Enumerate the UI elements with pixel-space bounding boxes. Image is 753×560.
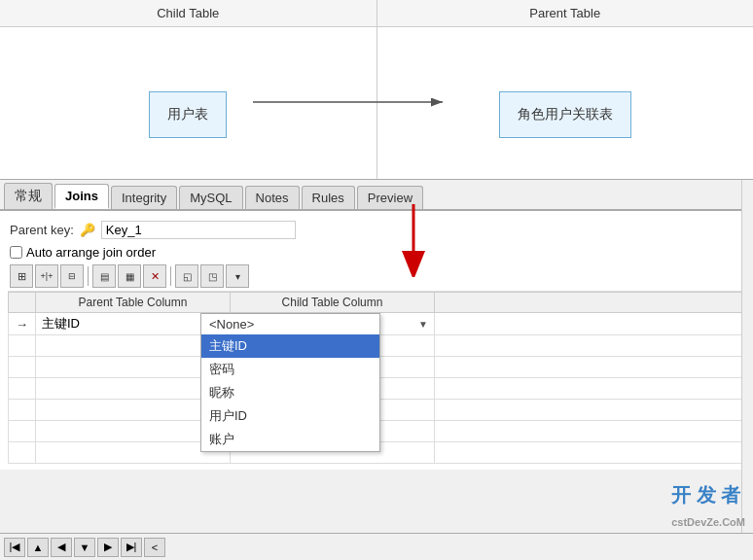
empty-indicator-1 [9,335,36,357]
toolbar-import-btn[interactable]: ◱ [175,264,198,288]
parent-table-box: 角色用户关联表 [499,91,631,138]
watermark: 开 发 者 cstDevZe.CoM [671,482,745,531]
watermark-text: 开 发 者 [671,484,740,506]
tab-integrity[interactable]: Integrity [111,186,177,209]
toolbar-sep2 [170,266,171,286]
nav-expand-btn[interactable]: < [144,538,165,557]
dropdown-option-none[interactable]: <None> [201,314,379,334]
table-container: Parent Table Column Child Table Column →… [8,292,745,464]
tab-rules[interactable]: Rules [302,186,355,209]
scroll-bar[interactable] [741,180,753,533]
row-indicator: → [9,313,36,335]
auto-arrange-checkbox[interactable] [10,246,22,259]
child-table-header: Child Table [0,0,376,27]
nav-prev-btn[interactable]: ◀ [51,538,72,557]
dropdown-option-password[interactable]: 密码 [201,358,379,381]
toolbar-sep1 [88,266,89,286]
parent-table-header: Parent Table [377,0,754,27]
empty-indicator-4 [9,400,36,421]
bottom-nav-bar: |◀ ▲ ◀ ▼ ▶ ▶| < [0,533,753,560]
empty-extra-5 [435,421,745,442]
nav-first-btn[interactable]: |◀ [4,538,25,557]
auto-arrange-label: Auto arrange join order [26,245,156,260]
parent-table-col: Parent Table 角色用户关联表 [377,0,754,179]
child-table-box: 用户表 [149,91,227,138]
toolbar-add-btn[interactable]: +|+ [35,264,58,288]
th-extra [435,293,745,313]
tab-general[interactable]: 常规 [4,183,53,209]
nav-up-btn[interactable]: ▲ [27,538,49,557]
parent-key-label: Parent key: [10,223,74,237]
nav-last-btn[interactable]: ▶| [121,538,142,557]
nav-next-btn[interactable]: ▶ [97,538,119,557]
dropdown-arrow-icon[interactable]: ▼ [418,319,428,330]
dropdown-option-pk[interactable]: 主键ID [201,334,379,358]
empty-extra-2 [435,357,745,378]
toolbar-table2-btn[interactable]: ▦ [118,264,141,288]
tab-preview[interactable]: Preview [357,186,423,209]
key-icon: 🔑 [80,223,95,237]
th-child-col: Child Table Column [231,293,435,313]
diagram-area: Child Table 用户表 Parent Table 角色用户关联表 [0,0,753,180]
child-column-dropdown[interactable]: <None> 主键ID 密码 昵称 用户ID 账户 [200,313,380,452]
toolbar-addrow-btn[interactable]: ⊟ [60,264,84,288]
toolbar-table1-btn[interactable]: ▤ [92,264,116,288]
content-area: Parent key: 🔑 Auto arrange join order ⊞ … [0,211,753,470]
dropdown-option-account[interactable]: 账户 [201,428,379,451]
tab-bar: 常规 Joins Integrity MySQL Notes Rules Pre… [0,180,753,211]
auto-arrange-row: Auto arrange join order [8,243,745,262]
empty-extra-1 [435,335,745,357]
empty-indicator-5 [9,421,36,442]
th-parent-col: Parent Table Column [36,293,231,313]
dropdown-option-nickname[interactable]: 昵称 [201,381,379,404]
empty-indicator-2 [9,357,36,378]
empty-extra-4 [435,400,745,421]
watermark-subtext: cstDevZe.CoM [671,516,745,528]
empty-indicator-6 [9,442,36,464]
empty-extra-3 [435,378,745,400]
nav-down-btn[interactable]: ▼ [74,538,95,557]
toolbar-grid-btn[interactable]: ⊞ [10,264,33,288]
toolbar-row: ⊞ +|+ ⊟ ▤ ▦ ✕ ◱ ◳ ▾ [8,262,745,292]
tab-notes[interactable]: Notes [245,186,300,209]
th-indicator [9,293,36,313]
tab-joins[interactable]: Joins [54,184,109,209]
parent-key-input[interactable] [101,221,296,239]
empty-extra-6 [435,442,745,464]
empty-indicator-3 [9,378,36,400]
toolbar-delete-btn[interactable]: ✕ [143,264,166,288]
cell-extra [435,313,745,335]
toolbar-export-btn[interactable]: ◳ [200,264,224,288]
tab-mysql[interactable]: MySQL [179,186,242,209]
dropdown-option-userid[interactable]: 用户ID [201,404,379,428]
child-table-col: Child Table 用户表 [0,0,376,179]
parent-key-row: Parent key: 🔑 [8,217,745,243]
toolbar-dropdown-btn[interactable]: ▾ [226,264,249,288]
